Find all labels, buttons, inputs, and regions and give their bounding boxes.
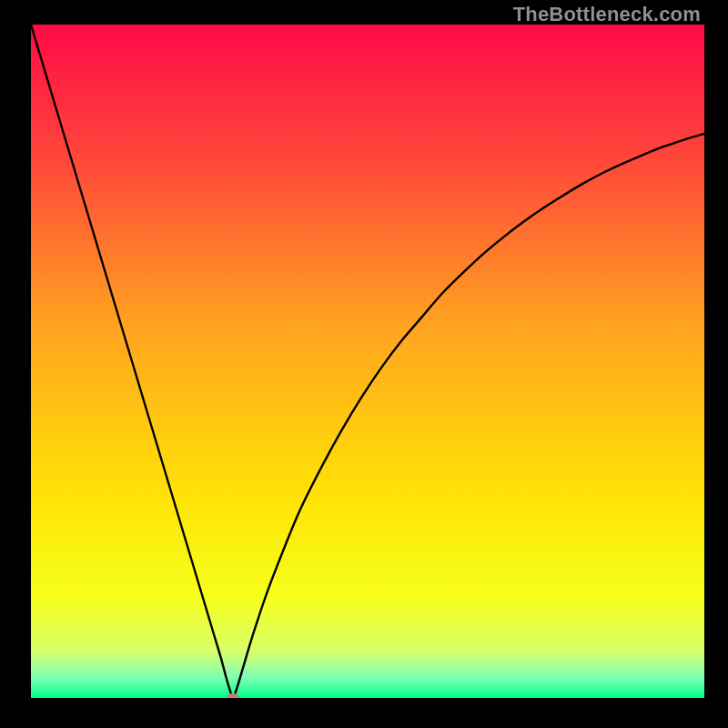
watermark-text: TheBottleneck.com xyxy=(513,3,701,26)
bottleneck-chart xyxy=(31,25,704,698)
chart-frame xyxy=(31,25,704,698)
